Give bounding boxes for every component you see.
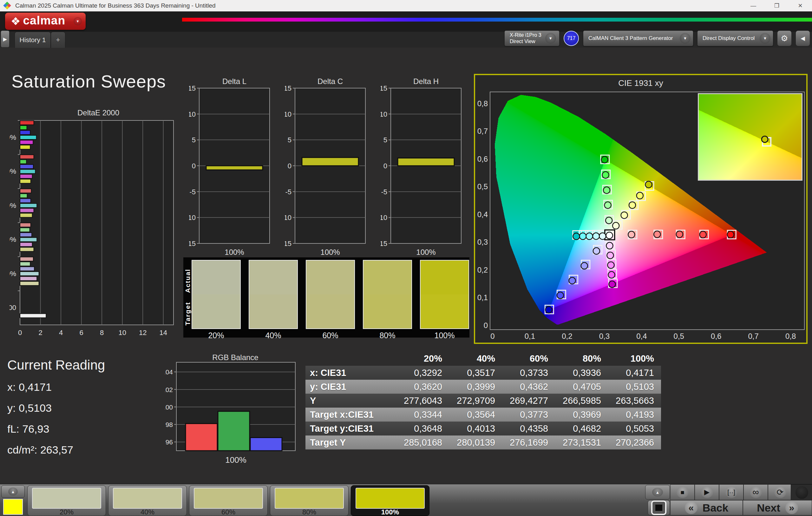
chevron-double-right-icon: » [785,502,798,514]
bottom-bar: ▲ 20%40%60%80%100% ▲ ■▶[··]∞⟳ « Back Nex… [0,484,812,516]
refresh-icon: ⟳ [774,487,786,498]
chevron-down-icon[interactable]: ▼ [545,33,556,44]
target-swatch [249,295,297,328]
pattern-swatch-button-100%[interactable]: 100% [351,485,430,516]
refresh-button[interactable]: ⟳ [768,484,792,500]
table-row: Target Y285,0168280,0139276,1699273,1531… [306,435,661,450]
collapse-panel-button[interactable]: ◀ [795,30,810,46]
cie-measured-marker [621,212,628,218]
svg-text:-10: -10 [285,214,291,221]
svg-text:Delta C: Delta C [318,77,343,86]
tab-scroll-left-button[interactable]: ▶ [1,30,9,48]
transport-expand-button[interactable]: ▲ [645,485,670,499]
play-button[interactable]: ▶ [695,484,719,500]
comparison-swatch-label: 80% [363,331,412,340]
deltae-bar-20%-4 [20,276,37,280]
display-control-dropdown[interactable]: Direct Display Control ▼ [697,30,773,46]
cie-x-tick-label: 0,4 [632,332,651,341]
cie-chart-title: CIE 1931 xy [475,78,806,88]
pattern-swatch-chip [113,488,182,509]
table-col-header: 80% [555,351,608,366]
meter-dropdown[interactable]: X-Rite i1Pro 3 Direct View ▼ [504,30,559,46]
comparison-swatch-80% [363,260,412,329]
meter-status-stripe [505,31,506,46]
cie-measured-marker [654,231,660,238]
table-row-label: Target Y [306,435,396,450]
display-control-status-stripe [697,31,699,46]
pattern-swatch-button-40%[interactable]: 40% [108,485,187,516]
pattern-preview-swatch[interactable] [3,499,23,515]
back-button[interactable]: « Back [670,500,743,515]
settings-button[interactable]: ⚙ [777,30,792,46]
add-tab-button[interactable]: + [51,32,65,48]
infinity-icon: ∞ [750,487,762,498]
comparison-swatch-60% [306,260,355,329]
calman-logo-text: calman [23,14,65,27]
deltae-bar-100%-2 [20,130,30,135]
deltae-bar-60%-0 [20,189,31,193]
stop-session-button[interactable] [648,500,670,515]
pattern-swatch-button-20%[interactable]: 20% [27,485,106,516]
cie-measured-marker [557,292,563,299]
calman-menu-button[interactable]: ❖ calman ▼ [5,13,86,30]
table-cell: 0,3344 [396,407,449,422]
svg-text:0: 0 [18,329,22,337]
pattern-swatch-button-60%[interactable]: 60% [189,485,268,516]
pattern-swatch-chip [355,488,425,509]
table-row: x: CIE310,32920,35170,37330,39360,4171 [306,366,661,380]
pattern-window-button[interactable]: [··] [719,484,744,500]
pattern-generator-dropdown[interactable]: CalMAN Client 3 Pattern Generator ▼ [583,30,693,46]
cie-measured-marker [607,262,614,269]
cie-measured-marker [607,252,613,259]
svg-text:15: 15 [381,84,387,92]
svg-text:8: 8 [100,329,104,337]
svg-text:10: 10 [189,110,196,118]
svg-text:5: 5 [288,136,291,144]
cie-measured-marker [581,263,588,269]
chevron-down-icon[interactable]: ▼ [760,33,771,44]
minimize-button[interactable]: — [742,0,765,11]
target-swatch [307,295,354,328]
tab-history-1[interactable]: History 1 [14,32,51,48]
cie-measured-marker [586,233,593,240]
table-cell: 0,3620 [396,380,449,394]
deltae-bar-100%-5 [20,145,30,149]
svg-text:5: 5 [383,136,387,144]
table-cell: 273,1531 [555,435,608,450]
actual-swatch [420,261,468,295]
svg-text:Delta L: Delta L [222,77,246,86]
stop-button[interactable]: ■ [670,484,695,500]
deltae-bar-40%-0 [20,223,31,227]
actual-swatch [192,261,240,295]
next-button[interactable]: Next » [743,500,812,515]
chevron-down-icon[interactable]: ▼ [680,33,691,44]
chevron-up-icon: ▲ [652,488,663,497]
calman-dropdown-icon[interactable]: ▼ [74,17,82,25]
table-cell: 0,3648 [396,422,449,435]
svg-text:-5: -5 [285,188,291,196]
comparison-swatch-label: 100% [420,331,469,340]
table-header-row: 20%40%60%80%100% [306,351,661,366]
stop-icon: ■ [676,487,689,498]
table-col-header: 20% [396,351,449,366]
restore-button[interactable]: ❐ [765,0,788,11]
deltae-bar-80%-0 [20,155,34,159]
cie-y-tick-label: 0 [475,321,488,330]
pattern-window-icon: [··] [725,487,737,498]
calman-diamond-icon: ❖ [11,15,20,28]
close-button[interactable]: ✕ [788,0,812,11]
actual-target-swatch-strip: ActualTarget20%40%60%80%100% [183,257,469,338]
cie-y-tick-label: 0,3 [475,238,488,247]
deltae-bar-40%-3 [20,237,37,242]
svg-text:98: 98 [166,421,173,428]
meter-reading-badge[interactable]: 717 [563,31,579,46]
deltae-bar-40%-1 [20,228,30,232]
pattern-swatch-button-80%[interactable]: 80% [270,485,349,516]
pattern-swatch-chip [32,488,101,509]
pattern-panel-expand-button[interactable]: ▲ [1,485,25,498]
current-reading-title: Current Reading [7,358,105,373]
deltae-bar-20%-5 [20,281,39,285]
continuous-measure-button[interactable]: ∞ [744,484,768,500]
table-cell: 0,4682 [555,422,608,435]
svg-text:60%: 60% [9,202,16,210]
